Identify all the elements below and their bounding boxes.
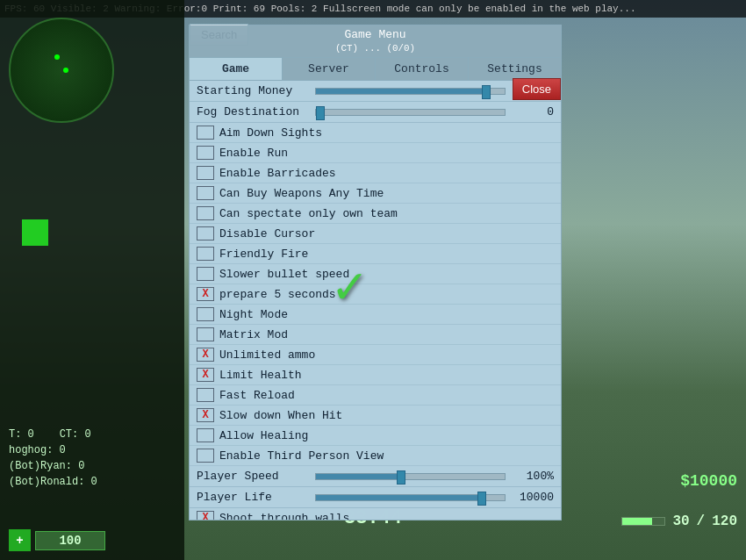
checkbox-prepare-5-seconds[interactable]: X xyxy=(197,287,214,301)
fog-destination-thumb[interactable] xyxy=(316,106,325,120)
label-aim-down-sights: Aim Down Sights xyxy=(219,126,322,140)
health-icon: + xyxy=(9,529,31,551)
tab-server[interactable]: Server xyxy=(283,58,376,80)
checkbox-row-shoot-through-walls: X Shoot through walls xyxy=(190,508,561,520)
fog-destination-value: 0 xyxy=(510,105,554,118)
health-display: 100 xyxy=(35,531,105,550)
radar-dot xyxy=(54,54,60,60)
player2-score: (Bot)Ryan: 0 xyxy=(9,458,97,474)
player-life-label: Player Life xyxy=(197,491,311,504)
label-slower-bullet: Slower bullet speed xyxy=(219,268,349,281)
checkbox-allow-healing[interactable] xyxy=(197,428,214,442)
label-third-person: Enable Third Person View xyxy=(219,449,384,463)
label-friendly-fire: Friendly Fire xyxy=(219,248,308,261)
green-indicator xyxy=(22,219,48,246)
label-matrix-mod: Matrix Mod xyxy=(219,328,288,341)
checkbox-row-third-person: Enable Third Person View xyxy=(190,446,561,466)
checkbox-enable-barricades[interactable] xyxy=(197,166,214,180)
menu-content: Starting Money 10000 Fog Destination 0 A… xyxy=(190,81,561,520)
team-t: T: 0 xyxy=(9,428,34,441)
label-spectate-own-team: Can spectate only own team xyxy=(219,207,398,220)
tab-settings[interactable]: Settings xyxy=(469,58,561,80)
radar-dot-player xyxy=(63,68,68,73)
checkbox-aim-down-sights[interactable] xyxy=(197,126,214,140)
checkbox-row-night-mode: Night Mode xyxy=(190,305,561,325)
player-speed-row: Player Speed 100% xyxy=(190,466,561,487)
checkbox-row-matrix-mod: Matrix Mod xyxy=(190,325,561,345)
ammo-fill xyxy=(622,518,652,525)
ammo-reserve: 120 xyxy=(712,513,737,529)
label-shoot-through-walls: Shoot through walls xyxy=(219,512,349,521)
starting-money-fill xyxy=(316,89,486,94)
player1-score: hoghog: 0 xyxy=(9,442,97,458)
player-speed-slider[interactable] xyxy=(315,473,506,480)
checkbox-fast-reload[interactable] xyxy=(197,388,214,402)
fog-destination-row: Fog Destination 0 xyxy=(190,102,561,123)
label-unlimited-ammo: Unlimited ammo xyxy=(219,348,315,362)
ammo-current: 30 xyxy=(672,513,689,529)
checkbox-row-can-buy-weapons: Can Buy Weapons Any Time xyxy=(190,183,561,204)
checkbox-row-spectate-own-team: Can spectate only own team xyxy=(190,204,561,224)
green-checkmark: ✓ xyxy=(334,255,365,319)
label-allow-healing: Allow Healing xyxy=(219,429,308,442)
checkbox-can-buy-weapons[interactable] xyxy=(197,186,214,200)
fog-destination-label: Fog Destination xyxy=(197,105,311,118)
checkbox-row-limit-health: X Limit Health xyxy=(190,365,561,385)
radar-minimap xyxy=(9,18,114,123)
label-disable-cursor: Disable Cursor xyxy=(219,227,315,241)
checkbox-row-slower-bullet: Slower bullet speed xyxy=(190,264,561,284)
label-can-buy-weapons: Can Buy Weapons Any Time xyxy=(219,187,384,200)
checkbox-enable-run[interactable] xyxy=(197,146,214,160)
player-speed-label: Player Speed xyxy=(197,470,311,483)
starting-money-thumb[interactable] xyxy=(482,85,491,99)
player-life-row: Player Life 10000 xyxy=(190,487,561,508)
checkbox-row-disable-cursor: Disable Cursor xyxy=(190,224,561,244)
label-fast-reload: Fast Reload xyxy=(219,389,295,402)
checkbox-friendly-fire[interactable] xyxy=(197,247,214,261)
player-speed-value: 100% xyxy=(510,470,554,483)
tab-controls[interactable]: Controls xyxy=(376,58,469,80)
checkbox-row-enable-run: Enable Run xyxy=(190,143,561,163)
menu-tabs: Game Server Controls Settings xyxy=(190,58,561,81)
player-life-value: 10000 xyxy=(510,491,554,504)
checkbox-night-mode[interactable] xyxy=(197,307,214,321)
checkbox-spectate-own-team[interactable] xyxy=(197,206,214,220)
menu-title: Game Menu (CT) ... (0/0) xyxy=(190,25,561,58)
checkbox-matrix-mod[interactable] xyxy=(197,327,214,341)
label-prepare-5-seconds: prepare 5 seconds xyxy=(219,288,336,301)
starting-money-slider[interactable] xyxy=(315,88,506,95)
money-display: $10000 xyxy=(680,472,737,490)
label-slow-down-when-hit: Slow down When Hit xyxy=(219,409,342,422)
checkbox-slower-bullet[interactable] xyxy=(197,267,214,281)
checkbox-row-fast-reload: Fast Reload xyxy=(190,385,561,406)
starting-money-label: Starting Money xyxy=(197,84,311,97)
label-enable-run: Enable Run xyxy=(219,147,288,160)
close-button[interactable]: Close xyxy=(513,78,561,100)
player-speed-fill xyxy=(316,474,401,479)
ammo-display: 30 / 120 xyxy=(621,513,737,529)
checkbox-shoot-through-walls[interactable]: X xyxy=(197,511,214,520)
tab-game[interactable]: Game xyxy=(190,58,283,80)
player-speed-thumb[interactable] xyxy=(397,470,405,485)
team-scores: T: 0 CT: 0 xyxy=(9,427,97,442)
checkbox-unlimited-ammo[interactable]: X xyxy=(197,348,214,362)
fog-destination-slider[interactable] xyxy=(315,109,506,116)
checkbox-row-enable-barricades: Enable Barricades xyxy=(190,163,561,183)
checkbox-row-unlimited-ammo: X Unlimited ammo xyxy=(190,345,561,365)
checkbox-slow-down-when-hit[interactable]: X xyxy=(197,408,214,422)
hud-bottom-left: + 100 xyxy=(9,529,105,551)
player-life-slider[interactable] xyxy=(315,494,506,501)
checkbox-row-prepare-5-seconds: X prepare 5 seconds xyxy=(190,284,561,305)
checkbox-row-friendly-fire: Friendly Fire xyxy=(190,244,561,264)
player-life-thumb[interactable] xyxy=(477,492,486,506)
checkbox-third-person[interactable] xyxy=(197,449,214,463)
starting-money-row: Starting Money 10000 xyxy=(190,81,561,102)
player-life-fill xyxy=(316,495,482,500)
label-enable-barricades: Enable Barricades xyxy=(219,167,336,180)
checkbox-row-slow-down-when-hit: X Slow down When Hit xyxy=(190,406,561,426)
player3-score: (Bot)Ronald: 0 xyxy=(9,474,97,490)
checkbox-disable-cursor[interactable] xyxy=(197,226,214,241)
label-limit-health: Limit Health xyxy=(219,369,302,382)
checkbox-limit-health[interactable]: X xyxy=(197,368,214,382)
label-night-mode: Night Mode xyxy=(219,308,288,321)
